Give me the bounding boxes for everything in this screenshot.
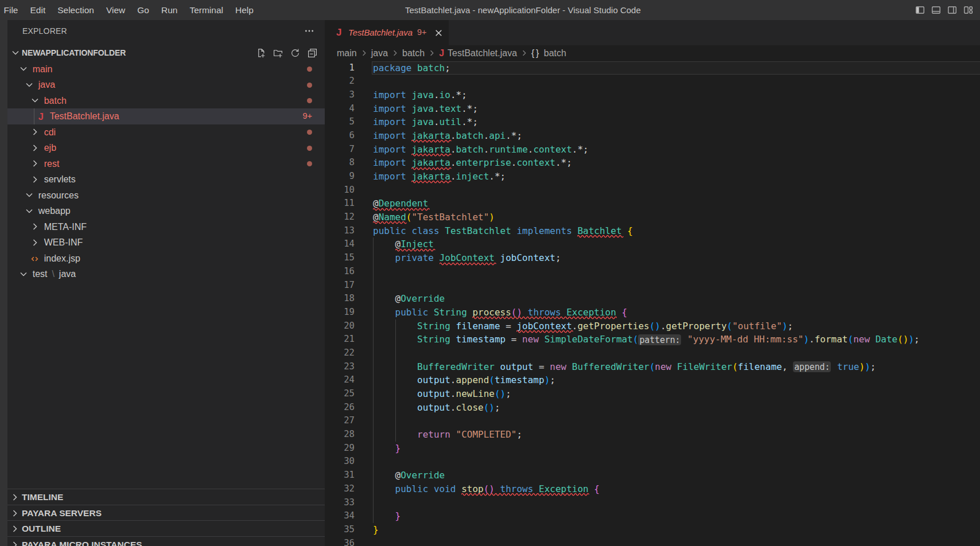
tree-item-resources[interactable]: resources [7,188,325,204]
error-dot-badge [307,98,312,103]
breadcrumb-batch[interactable]: batch [402,48,425,58]
code-line-29[interactable]: 29 } [325,442,980,455]
code-line-26[interactable]: 26 output.close(); [325,401,980,415]
tree-item-web-inf[interactable]: WEB-INF [7,235,325,251]
code-line-20[interactable]: 20 String filename = jobContext.getPrope… [325,319,980,333]
code-line-21[interactable]: 21 String timestamp = new SimpleDateForm… [325,333,980,346]
tree-indent-guide [34,108,34,124]
code-line-5[interactable]: 5import java.util.*; [325,115,980,129]
breadcrumb-main[interactable]: main [337,48,357,58]
refresh-icon[interactable] [290,48,300,58]
code-line-1[interactable]: 1package batch; [325,61,980,75]
code-token: .*; [555,157,572,168]
code-token: String [417,334,450,345]
layout-customize-icon[interactable] [963,5,973,15]
code-token: .*; [572,144,589,155]
code-line-16[interactable]: 16 [325,265,980,279]
code-area[interactable]: 1package batch;23import java.io.*;4impor… [325,61,980,546]
code-line-9[interactable]: 9import jakarta.inject.*; [325,170,980,184]
layout-sidebar-right-icon[interactable] [947,5,957,15]
code-line-15[interactable]: 15 private JobContext jobContext; [325,251,980,265]
code-line-2[interactable]: 2 [325,75,980,88]
code-line-32[interactable]: 32 public void stop() throws Exception { [325,482,980,496]
collapse-all-icon[interactable] [307,48,317,58]
code-token: .*; [461,116,478,127]
code-token: import [373,130,406,141]
tree-item-test-java[interactable]: test \ java [7,266,325,282]
code-line-4[interactable]: 4import java.text.*; [325,102,980,116]
tab-testbatchlet[interactable]: J TestBatchlet.java 9+ [325,20,449,45]
tree-item-batch[interactable]: batch [7,93,325,109]
folder-section-header[interactable]: NEWAPPLICATIONFOLDER [7,45,325,61]
code-line-18[interactable]: 18 @Override [325,292,980,306]
menu-selection[interactable]: Selection [52,0,100,20]
code-token: () [484,483,495,494]
section-outline[interactable]: OUTLINE [7,520,325,536]
tree-item-index.jsp[interactable]: index.jsp [7,251,325,267]
breadcrumb-testbatchlet.java[interactable]: JTestBatchlet.java [439,48,517,58]
menu-edit[interactable]: Edit [24,0,52,20]
code-line-25[interactable]: 25 output.newLine(); [325,387,980,401]
code-line-17[interactable]: 17 [325,279,980,292]
breadcrumb-batch[interactable]: {}batch [531,48,566,58]
code-token [406,116,412,127]
menu-file[interactable]: File [0,0,24,20]
tree-item-meta-inf[interactable]: META-INF [7,219,325,235]
code-line-14[interactable]: 14 @Inject [325,237,980,251]
code-line-8[interactable]: 8import jakarta.enterprise.context.*; [325,156,980,170]
menu-terminal[interactable]: Terminal [184,0,230,20]
section-payara-servers[interactable]: PAYARA SERVERS [7,505,325,521]
menu-help[interactable]: Help [230,0,260,20]
code-line-23[interactable]: 23 BufferedWriter output = new BufferedW… [325,360,980,374]
code-line-35[interactable]: 35} [325,523,980,537]
layout-sidebar-left-icon[interactable] [915,5,925,15]
code-line-31[interactable]: 31 @Override [325,469,980,482]
code-line-13[interactable]: 13public class TestBatchlet implements B… [325,224,980,238]
code-line-22[interactable]: 22 [325,346,980,360]
code-line-30[interactable]: 30 [325,455,980,469]
code-line-33[interactable]: 33 [325,496,980,510]
code-line-34[interactable]: 34 } [325,509,980,523]
code-line-content: output.newLine(); [373,387,511,401]
code-line-content: import jakarta.inject.*; [373,170,505,184]
code-token: TestBatchlet [445,225,511,236]
code-line-28[interactable]: 28 return "COMPLETED"; [325,428,980,442]
code-line-10[interactable]: 10 [325,184,980,197]
line-number: 35 [325,523,355,537]
code-line-3[interactable]: 3import java.io.*; [325,88,980,102]
new-folder-icon[interactable] [273,48,283,58]
code-line-12[interactable]: 12@Named("TestBatchlet") [325,210,980,224]
layout-panel-icon[interactable] [931,5,941,15]
breadcrumb-java[interactable]: java [371,48,388,58]
title-bar: FileEditSelectionViewGoRunTerminalHelp T… [0,0,980,20]
new-file-icon[interactable] [255,48,266,58]
tree-item-rest[interactable]: rest [7,156,325,172]
chevron-down-icon[interactable] [11,48,20,57]
tree-item-cdi[interactable]: cdi [7,124,325,141]
code-line-11[interactable]: 11@Dependent [325,197,980,210]
tree-item-ejb[interactable]: ejb [7,140,325,156]
menu-go[interactable]: Go [131,0,155,20]
close-icon[interactable] [434,28,444,38]
more-actions-icon[interactable] [304,26,314,36]
tree-item-webapp[interactable]: webapp [7,203,325,219]
code-token: , [782,361,793,372]
code-token [373,375,417,385]
code-line-36[interactable]: 36 [325,537,980,546]
tree-item-java[interactable]: java [7,77,325,93]
menu-view[interactable]: View [100,0,131,20]
menu-run[interactable]: Run [155,0,183,20]
code-token: new [550,361,566,372]
code-line-19[interactable]: 19 public String process() throws Except… [325,306,980,319]
tree-item-testbatchlet.java[interactable]: JTestBatchlet.java9+ [7,108,325,124]
code-line-6[interactable]: 6import jakarta.batch.api.*; [325,129,980,143]
section-timeline[interactable]: TIMELINE [7,489,325,505]
tree-item-main[interactable]: main [7,61,325,77]
tree-item-servlets[interactable]: servlets [7,171,325,188]
code-token: jakarta [411,171,450,182]
code-token [495,361,500,372]
code-line-7[interactable]: 7import jakarta.batch.runtime.context.*; [325,143,980,157]
code-line-27[interactable]: 27 [325,414,980,428]
section-payara-micro-instances[interactable]: PAYARA MICRO INSTANCES [7,536,325,546]
code-line-24[interactable]: 24 output.append(timestamp); [325,373,980,387]
